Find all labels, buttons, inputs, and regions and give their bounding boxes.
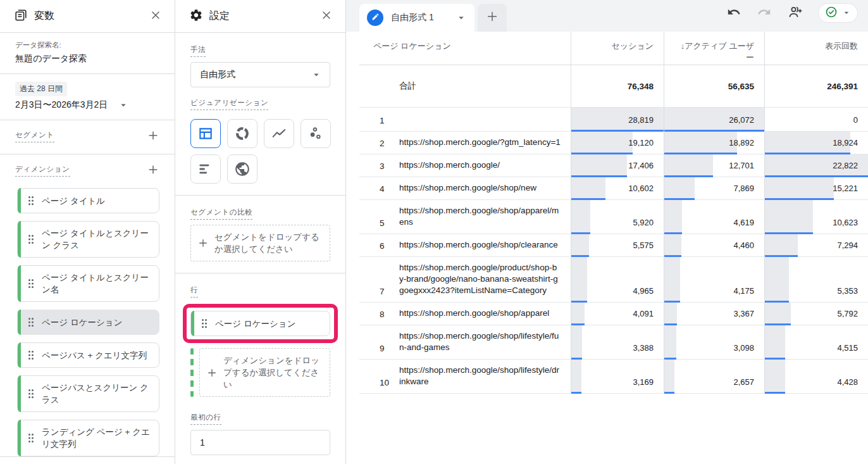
donut-chart-icon (234, 125, 251, 142)
viz-button-bar-chart[interactable] (190, 154, 221, 184)
views-cell: 5,353 (764, 257, 868, 302)
drag-handle-icon[interactable] (28, 433, 34, 443)
share-button[interactable] (786, 3, 804, 23)
add-dimension-button[interactable] (146, 162, 161, 179)
metric-value: 3,098 (733, 343, 754, 353)
metric-value: 28,819 (628, 115, 654, 125)
active-users-cell: 4,619 (664, 200, 764, 234)
dimension-chip[interactable]: ランディング ページ + クエリ文字列 (17, 420, 159, 456)
add-segment-button[interactable] (146, 128, 161, 145)
technique-select[interactable]: 自由形式 (190, 62, 330, 87)
dimension-chip[interactable]: ページ タイトル (17, 188, 159, 213)
metric-value: 22,822 (833, 161, 858, 170)
row-rank: 6 (380, 241, 391, 251)
dimension-chip[interactable]: ページパスとスクリーン クラス (17, 375, 159, 412)
date-range-value: 2月3日〜2026年3月2日 (15, 99, 108, 111)
drag-handle-icon[interactable] (28, 317, 34, 327)
cell-value-bar (664, 360, 674, 393)
page-location-value: https://shop.merch.google/shop/lifestyle… (399, 365, 561, 387)
dimensions-label: ディメンション (15, 165, 70, 177)
cell-value-bar (571, 200, 590, 234)
page-location-value: https://shop.merch.google/?gtm_latency=1 (399, 137, 561, 148)
dimension-chip[interactable]: ページ タイトルとスクリーン クラス (17, 221, 159, 258)
plus-icon (206, 367, 218, 379)
tab-freeform-1[interactable]: 自由形式 1 (359, 4, 474, 32)
highlight-annotation: ページ ロケーション (183, 304, 338, 343)
row-rank: 9 (380, 344, 391, 353)
dimension-chip[interactable]: ページパス + クエリ文字列 (17, 342, 159, 368)
drag-handle-icon[interactable] (201, 318, 208, 329)
table-row: 10https://shop.merch.google/shop/lifesty… (359, 360, 868, 394)
metric-value: 26,072 (729, 115, 754, 125)
totals-label: 合計 (359, 65, 571, 107)
close-icon (149, 9, 162, 23)
views-cell: 10,623 (764, 200, 868, 234)
views-cell: 18,924 (764, 132, 868, 154)
metric-value: 4,175 (733, 286, 754, 296)
drag-handle-icon[interactable] (28, 234, 34, 244)
viz-button-geo-map[interactable] (227, 154, 257, 184)
freeform-table-wrap: ページ ロケーション セッション ↓アクティブ ユーザー 表示回数 合計 76,… (359, 32, 868, 464)
metric-value: 4,965 (633, 286, 654, 296)
metric-value: 5,575 (633, 241, 654, 250)
exploration-name-section: データ探索名: 無題のデータ探索 (0, 33, 175, 74)
cell-value-bar (765, 325, 785, 359)
row-dimension-chip[interactable]: ページ ロケーション (190, 311, 330, 336)
first-row-input[interactable]: 1 (190, 430, 330, 455)
column-header-active-users[interactable]: ↓アクティブ ユーザー (664, 32, 764, 65)
pencil-icon (371, 12, 380, 23)
chevron-down-icon (311, 69, 322, 80)
drag-handle-icon[interactable] (28, 350, 34, 360)
status-button[interactable] (818, 3, 858, 23)
visualization-picker (190, 119, 330, 184)
close-settings-button[interactable] (319, 8, 334, 25)
active-users-cell: 4,460 (664, 234, 764, 256)
active-users-cell: 3,367 (664, 303, 764, 325)
row-rank: 10 (380, 378, 391, 387)
column-header-views[interactable]: 表示回数 (764, 32, 868, 65)
redo-button[interactable] (756, 4, 772, 22)
dimension-chip-label: ページ タイトルとスクリーン クラス (42, 227, 151, 251)
page-location-value: https://shop.merch.google/shop/new (399, 182, 536, 194)
views-cell: 22,822 (764, 154, 868, 177)
dimension-drop-zone[interactable]: ディメンションをドロップするか選択してください (199, 348, 330, 397)
date-range-section[interactable]: 過去 28 日間 2月3日〜2026年3月2日 (0, 74, 175, 120)
viz-button-line-chart[interactable] (264, 119, 294, 148)
geo-map-icon (234, 161, 251, 177)
column-header-sessions[interactable]: セッション (571, 32, 664, 65)
metric-value: 17,406 (628, 161, 654, 170)
dimension-chip[interactable]: ページ タイトルとスクリーン名 (17, 265, 159, 302)
edit-tab-badge (367, 9, 383, 26)
page-location-value: https://shop.merch.google/product/shop-b… (399, 262, 561, 296)
column-header-page-location[interactable]: ページ ロケーション (359, 32, 571, 65)
metric-value: 4,091 (633, 309, 654, 318)
dimension-chip[interactable]: ページ ロケーション (17, 310, 159, 335)
undo-button[interactable] (726, 4, 742, 22)
drag-handle-icon[interactable] (28, 279, 34, 289)
metric-value: 19,120 (628, 138, 654, 147)
active-users-cell: 12,701 (664, 154, 764, 177)
sessions-cell: 5,575 (571, 234, 664, 256)
drag-handle-icon[interactable] (28, 389, 34, 399)
chevron-down-icon (841, 8, 852, 18)
add-tab-button[interactable] (478, 4, 507, 32)
viz-button-donut-chart[interactable] (227, 119, 257, 148)
segment-drop-zone[interactable]: セグメントをドロップするか選択してください (190, 225, 330, 261)
plus-icon (485, 9, 499, 26)
cell-value-bar (664, 325, 676, 359)
close-variables-button[interactable] (148, 8, 163, 25)
sessions-cell: 3,388 (571, 325, 664, 359)
cell-value-bar (571, 257, 587, 302)
row-dimension-label: ページ ロケーション (215, 318, 295, 330)
drag-handle-icon[interactable] (28, 196, 34, 206)
section-divider (175, 273, 345, 273)
bar-chart-icon (197, 161, 214, 177)
exploration-name-value[interactable]: 無題のデータ探索 (15, 53, 161, 65)
first-row-label: 最初の行 (190, 413, 221, 425)
viz-button-scatter-plot[interactable] (301, 119, 331, 148)
cell-value-bar (765, 360, 785, 393)
plus-icon (147, 163, 159, 178)
viz-button-table-chart[interactable] (190, 119, 221, 148)
metric-value: 4,428 (837, 377, 858, 387)
metric-value: 4,460 (733, 241, 754, 250)
